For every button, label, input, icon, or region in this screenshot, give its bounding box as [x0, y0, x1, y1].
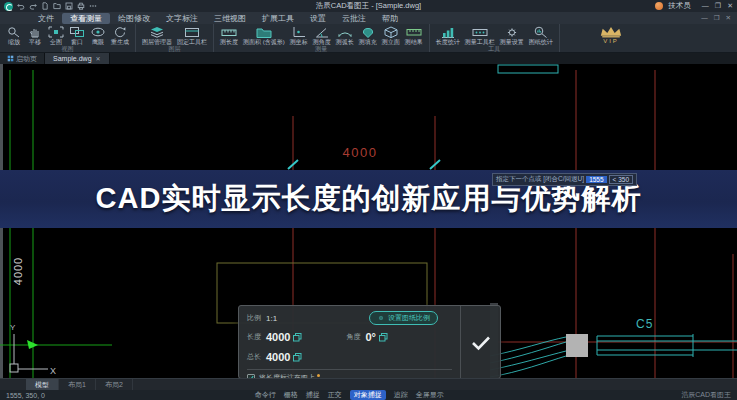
measure-coord-button[interactable]: 测坐标 [288, 25, 310, 46]
confirm-button[interactable] [460, 306, 500, 378]
user-name[interactable]: 技术员 [668, 1, 691, 11]
copy-length-icon[interactable] [293, 328, 302, 346]
new-file-icon[interactable] [41, 2, 49, 10]
measure-elevation-button[interactable]: 测立面 [380, 25, 402, 46]
document-tab-bar: 启动页 Sample.dwg ✕ [0, 53, 737, 64]
doc-minimize-button[interactable]: — [701, 14, 708, 22]
eagle-eye-button[interactable]: 鹰眼 [88, 25, 108, 46]
measure-length-button[interactable]: 测长度 [218, 25, 240, 46]
menu-file[interactable]: 文件 [30, 13, 62, 24]
teal-top-rect [498, 65, 558, 73]
doc-restore-button[interactable]: ❐ [714, 14, 720, 22]
annotate-checkbox[interactable] [247, 374, 255, 378]
measure-result-button[interactable]: 测结果 [403, 25, 425, 46]
menu-draw-modify[interactable]: 绘图修改 [110, 13, 158, 24]
document-window-controls: — ❐ ✕ [701, 14, 735, 22]
scale-label: 比例 [247, 313, 261, 323]
measure-hatch-button[interactable]: 测填充 [357, 25, 379, 46]
length-value: 4000 [266, 331, 290, 343]
road-lines [597, 334, 737, 357]
total-label: 总长 [247, 352, 261, 362]
drawing-stats-button[interactable]: 图纸统计 [527, 25, 555, 46]
maximize-button[interactable]: ❐ [715, 2, 721, 10]
menu-bar: 文件 查看测量 绘图修改 文字标注 三维视图 扩展工具 设置 云批注 帮助 — … [0, 12, 737, 24]
measure-toolbar-button[interactable]: 测量工具栏 [463, 25, 497, 46]
length-stats-button[interactable]: 长度统计 [434, 25, 462, 46]
ribbon-group-view: 缩放 平移 全图 窗口 鹰眼 [0, 24, 136, 52]
cursor-coordinates: 1555, 350, 0 [6, 392, 136, 399]
measure-angle-button[interactable]: 测角度 [311, 25, 333, 46]
undo-icon[interactable] [17, 2, 25, 10]
ribbon-group-measure: 测长度 测面积 (含弧形) 测坐标 测角度 测弧长 [214, 24, 430, 52]
toggle-snap[interactable]: 捕捉 [306, 390, 320, 400]
toggle-fullscreen[interactable]: 全屏显示 [416, 390, 444, 400]
layout-tab-bar: 模型 布局1 布局2 [0, 378, 737, 390]
toggle-osnap[interactable]: 对象捕捉 [350, 390, 386, 400]
zoom-button[interactable]: 缩放 [4, 25, 24, 46]
toggle-tracking[interactable]: 追踪 [394, 390, 408, 400]
close-button[interactable]: ✕ [727, 2, 733, 10]
ribbon-toolbar: 缩放 平移 全图 窗口 鹰眼 [0, 24, 737, 53]
dynamic-input-distance[interactable]: 1555 [586, 176, 606, 183]
copy-total-icon[interactable] [293, 348, 302, 366]
start-page-tab[interactable]: 启动页 [0, 53, 44, 64]
dock-toolbar-button[interactable]: 固定工具栏 [175, 25, 209, 46]
angle-value: 0° [365, 331, 376, 343]
ucs-x-label: X [50, 366, 56, 376]
gear-icon [377, 314, 385, 322]
tab-close-icon[interactable]: ✕ [96, 55, 101, 62]
regen-button[interactable]: 重生成 [109, 25, 131, 46]
dynamic-input-prompt: 指定下一个点或 [闭合C/回退U] [496, 175, 584, 184]
ucs-icon [10, 334, 48, 372]
toggle-command-line[interactable]: 命令行 [255, 390, 276, 400]
minimize-button[interactable]: — [702, 2, 709, 10]
layout-tab-layout2[interactable]: 布局2 [96, 379, 133, 390]
group-label-tools: 工具 [434, 46, 555, 53]
pan-button[interactable]: 平移 [25, 25, 45, 46]
menu-3d-view[interactable]: 三维视图 [206, 13, 254, 24]
check-icon [248, 375, 254, 378]
road-curves [490, 337, 566, 377]
user-avatar[interactable] [655, 2, 663, 10]
status-bar: 1555, 350, 0 命令行 栅格 捕捉 正交 对象捕捉 追踪 全屏显示 浩… [0, 390, 737, 400]
measure-arc-button[interactable]: 测弧长 [334, 25, 356, 46]
open-file-icon[interactable] [53, 2, 61, 10]
ribbon-group-tools: 长度统计 测量工具栏 测量设置 图纸统计 工具 [430, 24, 560, 52]
brand-label: 浩辰CAD看图王 [681, 390, 731, 400]
toggle-ortho[interactable]: 正交 [328, 390, 342, 400]
group-label-measure: 测量 [218, 46, 425, 53]
group-label-view: 视图 [4, 46, 131, 53]
print-icon[interactable] [77, 2, 85, 10]
save-icon[interactable] [65, 2, 73, 10]
measure-settings-button[interactable]: 测量设置 [498, 25, 526, 46]
fit-all-button[interactable]: 全图 [46, 25, 66, 46]
annotate-checkbox-label[interactable]: 将长度标注在图上 [259, 373, 315, 378]
layer-manager-button[interactable]: 图层管理器 [140, 25, 174, 46]
set-scale-button[interactable]: 设置图纸比例 [369, 311, 438, 325]
drawing-tab-sample[interactable]: Sample.dwg ✕ [44, 53, 110, 64]
length-label: 长度 [247, 332, 261, 342]
title-bar: 浩辰CAD看图王 - [Sample.dwg] 技术员 — ❐ ✕ [0, 0, 737, 12]
toggle-grid[interactable]: 栅格 [284, 390, 298, 400]
window-controls: — ❐ ✕ [702, 2, 733, 10]
menu-view-measure[interactable]: 查看测量 [62, 13, 110, 24]
dimension-text-top: 4000 [343, 145, 378, 160]
redo-icon[interactable] [29, 2, 37, 10]
measure-area-button[interactable]: 测面积 (含弧形) [241, 25, 287, 46]
dynamic-input-angle[interactable]: < 350 [609, 175, 633, 184]
confirm-check-icon [470, 334, 492, 351]
menu-extended-tools[interactable]: 扩展工具 [254, 13, 302, 24]
window-zoom-button[interactable]: 窗口 [67, 25, 87, 46]
copy-angle-icon[interactable] [379, 328, 388, 346]
menu-help[interactable]: 帮助 [374, 13, 406, 24]
menu-cloud-annotation[interactable]: 云批注 [334, 13, 374, 24]
menu-text-annotate[interactable]: 文字标注 [158, 13, 206, 24]
layout-tab-layout1[interactable]: 布局1 [59, 379, 96, 390]
drawing-canvas[interactable]: 4000 4000 Y X [0, 64, 737, 378]
more-tools-icon[interactable] [89, 2, 97, 10]
doc-close-button[interactable]: ✕ [726, 14, 731, 22]
vip-badge[interactable]: VIP [596, 26, 626, 45]
quick-access-toolbar [17, 2, 97, 10]
layout-tab-model[interactable]: 模型 [26, 379, 59, 390]
menu-settings[interactable]: 设置 [302, 13, 334, 24]
